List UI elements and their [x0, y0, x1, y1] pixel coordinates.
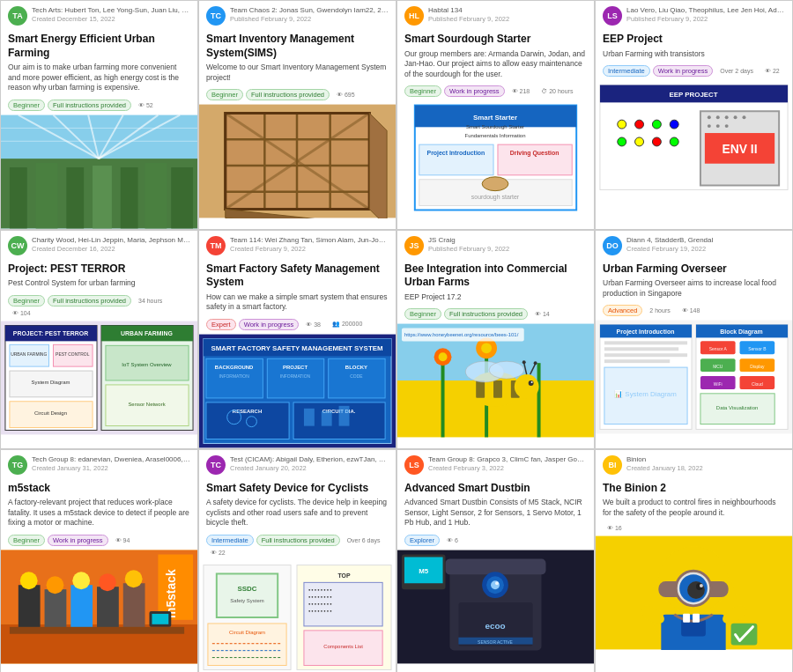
date-text: Created January 18, 2022 [626, 464, 785, 472]
card-desc: How can we make a simple smart system th… [206, 292, 389, 313]
tag: Over 2 days [715, 67, 758, 75]
card-desc: Welcome to our Smart Inventory Managemen… [206, 63, 389, 83]
svg-text:Sensor A: Sensor A [709, 347, 728, 351]
card-meta: Team Group 8: Grapco 3, ClimC fan, Jaspe… [428, 455, 587, 472]
project-card-cyclist-safety[interactable]: TC Test (CICAM): Abigail Daly, Etherion,… [199, 450, 396, 672]
svg-text:TOP: TOP [337, 572, 350, 579]
avatar: DO [603, 236, 622, 255]
svg-rect-118 [493, 380, 502, 398]
tag: Work in progress [653, 65, 714, 77]
svg-point-65 [725, 124, 729, 128]
svg-text:ecoo: ecoo [485, 620, 505, 630]
svg-point-48 [635, 120, 644, 129]
card-image-inner: ecoo SENSOR ACTIVE M5 [397, 550, 594, 664]
project-card-sourdough[interactable]: HL Habtal 134 Published February 9, 2022… [397, 1, 594, 229]
authors-text: Diann 4, StadderB, Grendal [626, 236, 785, 245]
views-count: 👁 148 [678, 306, 705, 314]
project-card-urban-farming[interactable]: TA Tech Arts: Hubert Ton, Lee Yong-Sun, … [1, 1, 197, 229]
svg-text:● ● ● ● ● ● ● ●: ● ● ● ● ● ● ● ● [308, 602, 332, 606]
svg-text:CODE: CODE [350, 374, 363, 379]
svg-rect-169 [123, 583, 145, 629]
svg-point-122 [531, 381, 533, 383]
devs-stat: 👥 200000 [328, 320, 367, 329]
project-card-eep[interactable]: LS Lao Vero, Liu Qiao, Theophilus, Lee J… [596, 1, 792, 229]
svg-text:Sensor B: Sensor B [748, 347, 767, 351]
svg-rect-137 [604, 353, 687, 357]
card-image-inner: SSDC Safety System Circuit Diagram TOP ●… [199, 560, 396, 672]
avatar: JS [404, 236, 424, 255]
svg-point-62 [743, 115, 746, 119]
card-image: ecoo SENSOR ACTIVE M5 [397, 550, 594, 664]
svg-point-164 [47, 576, 64, 594]
card-meta: Diann 4, StadderB, Grendal Created Febru… [626, 236, 785, 253]
card-desc: A safety device for cyclists. The device… [206, 498, 389, 528]
svg-point-41 [482, 177, 508, 191]
card-title: Advanced Smart Dustbin [404, 482, 587, 496]
svg-rect-138 [604, 359, 670, 363]
views-count: 👁 22 [760, 67, 784, 75]
card-header: BI Binion Created January 18, 2022 [596, 450, 792, 478]
svg-point-219 [700, 584, 703, 587]
card-tags: BeginnerWork in progress👁 218⏱ 20 hours [397, 83, 594, 100]
svg-text:M5: M5 [419, 567, 429, 575]
card-body: Smart Factory Safety Management System H… [199, 259, 396, 316]
date-text: Published February 9, 2022 [626, 15, 785, 23]
svg-point-51 [618, 137, 626, 146]
project-card-binion[interactable]: BI Binion Created January 18, 2022 The B… [596, 450, 792, 672]
avatar: LS [404, 455, 424, 475]
svg-rect-104 [304, 409, 315, 426]
svg-text:Fundamentals Information: Fundamentals Information [465, 133, 526, 138]
card-tags: 👁 16 [596, 521, 792, 535]
svg-rect-167 [97, 587, 119, 629]
svg-rect-106 [339, 406, 350, 426]
svg-text:Components List: Components List [323, 643, 363, 648]
card-image-inner: PROJECT: PEST TERROR URBAN FARMING PEST … [1, 321, 197, 435]
avatar: TM [206, 236, 226, 255]
project-card-smart-dustbin[interactable]: LS Team Group 8: Grapco 3, ClimC fan, Ja… [397, 450, 594, 672]
svg-text:URBAN FARMING: URBAN FARMING [11, 352, 47, 357]
authors-text: Test (CICAM): Abigail Daly, Etherion, ez… [230, 455, 389, 464]
views-count: 👁 22 [206, 549, 230, 557]
tag: Beginner [8, 535, 45, 546]
svg-text:URBAN FARMING: URBAN FARMING [121, 330, 173, 336]
project-card-pest-terror[interactable]: CW Charity Wood, Hei-Lin Jeppin, Maria, … [1, 231, 197, 448]
views-count: 👁 94 [111, 536, 135, 544]
date-text: Published February 9, 2022 [230, 15, 389, 23]
card-header: CW Charity Wood, Hei-Lin Jeppin, Maria, … [1, 231, 197, 259]
project-card-bee-integration[interactable]: JS JS Craig Published February 9, 2022 B… [397, 231, 594, 448]
date-text: Created December 16, 2022 [32, 245, 190, 253]
card-header: JS JS Craig Published February 9, 2022 [397, 231, 594, 259]
card-desc: Urban Farming with transistors [603, 49, 785, 59]
card-title: Urban Farming Overseer [603, 262, 785, 277]
project-card-m5stack[interactable]: TG Tech Group 8: edanevian, Dweniea, Ara… [1, 450, 197, 672]
card-header: HL Habtal 134 Published February 9, 2022 [397, 1, 594, 29]
card-tags: BeginnerFull instructions provided👁 14 [397, 306, 594, 323]
card-desc: Pest Control System for urban farming [8, 278, 190, 288]
card-tags: BeginnerFull instructions provided👁 52 [1, 97, 197, 114]
project-card-factory-safety[interactable]: TM Team 114: Wei Zhang Tan, Simon Alam, … [199, 231, 396, 448]
svg-text:Sensor Network: Sensor Network [128, 401, 165, 406]
card-image [199, 104, 396, 218]
svg-rect-163 [45, 589, 67, 629]
card-header: TC Team Chaos 2: Jonas Sun, Gwendolyn Ia… [199, 1, 396, 29]
card-desc: Urban Farming Overseer aims to increase … [603, 278, 785, 299]
card-title: The Binion 2 [603, 482, 785, 496]
card-image: Smart Starter Smart Sourdough Starter Fu… [397, 100, 594, 215]
project-card-farming-overseer[interactable]: DO Diann 4, StadderB, Grendal Created Fe… [596, 231, 792, 448]
card-body: EEP Project Urban Farming with transisto… [596, 29, 792, 63]
card-title: Smart Factory Safety Management System [206, 262, 389, 290]
card-image: SSDC Safety System Circuit Diagram TOP ●… [199, 560, 396, 672]
svg-text:● ● ● ● ● ● ● ●: ● ● ● ● ● ● ● ● [308, 594, 332, 599]
tag: Expert [206, 319, 236, 330]
avatar: TA [8, 6, 27, 26]
card-tags: BeginnerFull instructions provided34 hou… [1, 292, 197, 321]
card-header: TA Tech Arts: Hubert Ton, Lee Yong-Sun, … [1, 1, 197, 29]
card-header: TM Team 114: Wei Zhang Tan, Simon Alam, … [199, 231, 396, 259]
card-header: TG Tech Group 8: edanevian, Dweniea, Ara… [1, 450, 197, 478]
tag: Full instructions provided [246, 89, 330, 100]
card-desc: We built a product to control fires in n… [603, 498, 785, 518]
card-image: Project Introduction 📊 System Diagram Bl… [596, 320, 792, 434]
svg-point-124 [489, 361, 524, 379]
project-card-inventory[interactable]: TC Team Chaos 2: Jonas Sun, Gwendolyn Ia… [199, 1, 396, 229]
date-text: Created December 15, 2022 [32, 15, 190, 23]
